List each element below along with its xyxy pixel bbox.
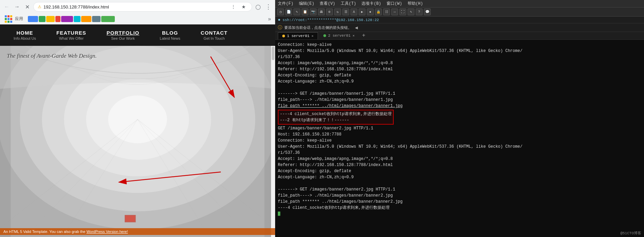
terminal-menubar: 文件(F) 编辑(E) 查看(V) 工具(T) 选项卡(B) 窗口(W) 帮助(… [275,0,644,7]
menu-help[interactable]: 帮助(H) [408,1,423,6]
arrow-left-btn[interactable]: ◀ [355,25,358,31]
toolbar-btn-16[interactable]: ⛶ [399,8,406,15]
hero-footer: An HTML 5 Valid Template. You can also g… [0,228,275,235]
highlight-line-2: ---2 有http请求到来了！！------ [280,117,392,123]
toolbar-btn-5[interactable]: 📷 [310,8,317,15]
security-icon: ⚠ [38,4,41,9]
bookmark-item[interactable] [28,16,38,22]
reload-button[interactable]: ✕ [23,3,31,11]
apps-button[interactable]: 应用 [3,14,25,24]
website-content: HOME Info About Us FEATURES What We Offe… [0,24,275,237]
output-line: file_path----> ./html/images/banner/bann… [278,97,641,103]
nav-blog[interactable]: BLOG Latest News [160,30,180,40]
scrollbar-thumb[interactable] [272,47,274,60]
toolbar-btn-9[interactable]: ☰ [342,8,349,15]
toolbar-btn-7[interactable]: ⚙ [326,8,333,15]
menu-view[interactable]: 查看(V) [320,1,335,6]
output-line: Connection: keep-alive [278,42,641,48]
star-icon[interactable]: ★ [239,3,248,11]
toolbar-btn-8[interactable]: ↻ [334,8,341,15]
toolbar-btn-2[interactable]: 📄 [285,8,292,15]
menu-tools[interactable]: 工具(T) [341,1,356,6]
toolbar-btn-15[interactable]: ↔ [391,8,398,15]
bookmark-item[interactable] [39,16,46,22]
output-line: -------> GET /images/banner/banner2.jpg … [278,186,641,193]
toolbar-btn-10[interactable]: A [351,8,357,15]
browser-toolbar: ← → ✕ ⚠ 192.168.150.128:7788/index.html … [0,0,275,14]
highlight-block: ----4 client_socket收到http请求到来,并进行数据处理 --… [278,110,394,125]
footer-link[interactable]: WordPress Version here! [86,230,128,234]
bookmark-item[interactable] [55,16,60,22]
output-line [278,180,641,186]
terminal-toolbar: ◷ 📄 ✎ 📋 📷 🖶 ⚙ ↻ ☰ A ▶ ● 🔒 ☷ ↔ ⛶ ✎ ? 💬 [275,7,644,17]
warning-text: 要添加当前会话，点击左侧的箭头按钮。 [284,25,352,30]
nav-blog-sub: Latest News [160,36,180,40]
menu-file[interactable]: 文件(F) [278,1,293,6]
toolbar-btn-4[interactable]: 📋 [302,8,308,15]
svg-rect-16 [125,216,135,221]
nav-contact[interactable]: CONTACT Get In Touch [201,30,228,40]
output-line: Accept: image/webp,image/apng,image/*,*/… [278,60,641,66]
nav-features[interactable]: FEATURES What We Offer [56,30,86,40]
toolbar-btn-18[interactable]: ? [416,8,423,15]
highlight-line-1: ----4 client_socket收到http请求到来,并进行数据处理 [280,111,392,117]
nav-home-label: HOME [17,30,33,36]
bookmark-item[interactable] [92,16,101,22]
bookmark-item[interactable] [74,16,80,22]
output-line: Accept-Language: zh-CN,zh;q=0.9 [278,174,641,180]
ssh-bar: ● ssh://root:*************@192.168.150.1… [275,17,644,23]
bookmark-item[interactable] [46,16,55,22]
output-line: User-Agent: Mozilla/5.0 (Windows NT 10.0… [278,144,641,150]
toolbar-btn-13[interactable]: 🔒 [375,8,382,15]
cursor-line: █ [278,211,641,217]
address-bar[interactable]: ⚠ 192.168.150.128:7788/index.html ⋮ ★ [33,2,252,12]
bookmark-item[interactable] [101,16,115,22]
translate-icon[interactable]: ⋮ [229,3,237,11]
toolbar-btn-6[interactable]: 🖶 [318,8,325,15]
tab-dot-1 [282,35,285,37]
account-icon[interactable]: ◯ [254,3,262,11]
menu-edit[interactable]: 编辑(E) [299,1,315,6]
menu-icon[interactable]: ⋮ [264,3,272,11]
bookmark-item[interactable] [61,16,73,22]
nav-home[interactable]: HOME Info About Us [14,30,36,40]
nav-blog-label: BLOG [162,30,178,36]
toolbar-btn-14[interactable]: ☷ [383,8,390,15]
terminal-tabs: 1 server01 ✕ 2 server01 ✕ + [275,32,644,40]
ssh-address: ssh://root:*************@192.168.150.128… [283,18,379,22]
bookmarks-bar: 应用 » [0,14,275,24]
tab-label-2: 2 server01 [328,34,351,38]
menu-window[interactable]: 窗口(W) [387,1,402,6]
tab-close-1[interactable]: ✕ [311,34,314,38]
output-line: ----4 client_socket收到http请求到来,并进行数据处理 [278,205,641,211]
terminal-tab-1[interactable]: 1 server01 ✕ [278,32,318,39]
output-line: Connection: keep-alive [278,138,641,144]
output-line: file_path----> ./html/images/banner/bann… [278,193,641,199]
bookmark-item[interactable] [81,16,91,22]
toolbar-btn-11[interactable]: ▶ [359,8,365,15]
tab-add-button[interactable]: + [360,32,368,39]
toolbar-btn-1[interactable]: ◷ [277,8,284,15]
bookmarks-more[interactable]: » [267,16,272,22]
toolbar-btn-3[interactable]: ✎ [293,8,300,15]
menu-tabs[interactable]: 选项卡(B) [361,1,381,6]
output-line: Referer: http://192.168.150.128:7788/ind… [278,66,641,72]
hero-background [0,46,275,237]
nav-contact-sub: Get In Touch [203,36,225,40]
scrollbar[interactable] [271,46,275,237]
output-line [278,85,641,91]
toolbar-btn-12[interactable]: ● [367,8,374,15]
output-line: Host: 192.168.150.128:7788 [278,131,641,138]
hero-section: The finest of Avant-Garde Web Design. An… [0,46,275,237]
forward-button[interactable]: → [13,3,21,11]
nav-contact-label: CONTACT [201,30,228,36]
nav-portfolio[interactable]: PORTFOLIO See Our Work [107,30,140,40]
toolbar-btn-17[interactable]: ✎ [408,8,414,15]
toolbar-btn-19[interactable]: 💬 [424,8,431,15]
back-button[interactable]: ← [3,3,11,11]
terminal-tab-2[interactable]: 2 server01 ✕ [319,32,359,39]
watermark: @51CTO博客 [620,231,641,236]
tab-close-2[interactable]: ✕ [353,34,355,38]
output-line: -------> GET /images/banner/banner1.jpg … [278,91,641,97]
website-nav: HOME Info About Us FEATURES What We Offe… [0,24,275,46]
